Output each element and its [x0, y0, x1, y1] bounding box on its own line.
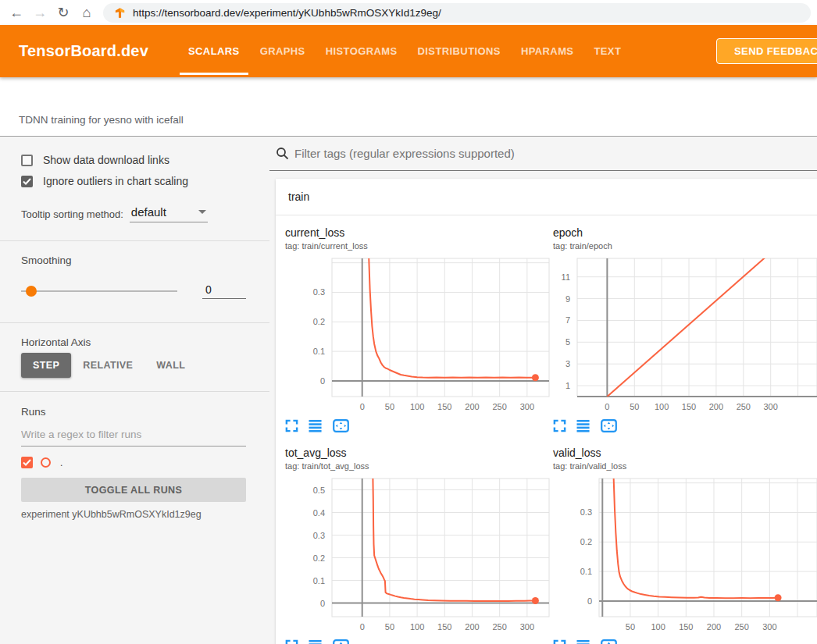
chart-epoch: epoch tag: train/epoch 05010015020025030…	[553, 226, 817, 432]
tensorboard-logo-icon	[114, 7, 126, 19]
browser-forward-icon[interactable]: →	[28, 2, 52, 23]
chart-canvas-epoch[interactable]: 0501001502002503001357911	[553, 255, 817, 418]
browser-back-icon[interactable]: ←	[5, 2, 28, 23]
axis-wall-button[interactable]: WALL	[144, 353, 197, 378]
expand-icon[interactable]	[553, 419, 566, 432]
svg-text:150: 150	[682, 402, 696, 411]
tab-distributions[interactable]: DISTRIBUTIONS	[408, 25, 511, 77]
horizontal-lines-icon[interactable]	[309, 419, 323, 432]
search-icon	[276, 147, 289, 160]
svg-text:300: 300	[520, 622, 534, 632]
run-name: .	[60, 457, 62, 468]
horizontal-lines-icon[interactable]	[576, 639, 590, 644]
tab-text[interactable]: TEXT	[583, 25, 631, 77]
svg-text:0.3: 0.3	[313, 287, 325, 297]
tooltip-sorting-select[interactable]: default	[130, 205, 208, 222]
url-text: https://tensorboard.dev/experiment/yKUbh…	[133, 7, 441, 19]
divider	[0, 391, 269, 392]
runs-filter-input[interactable]	[21, 425, 246, 447]
chart-current-loss: current_loss tag: train/current_loss 050…	[285, 226, 551, 432]
svg-text:200: 200	[709, 402, 723, 411]
svg-text:0.5: 0.5	[313, 486, 325, 495]
show-download-links-checkbox-row[interactable]: Show data download links	[21, 154, 246, 166]
svg-text:11: 11	[562, 272, 570, 282]
content: Show data download links Ignore outliers…	[0, 137, 817, 643]
chevron-down-icon	[198, 210, 206, 214]
toggle-all-runs-button[interactable]: TOGGLE ALL RUNS	[21, 478, 246, 502]
fit-domain-icon[interactable]	[333, 419, 349, 432]
horizontal-axis-label: Horizontal Axis	[21, 336, 246, 348]
divider	[0, 322, 269, 323]
tag-group-card: train current_loss tag: train/current_lo…	[276, 179, 817, 644]
divider	[0, 240, 269, 241]
run-checkbox-icon[interactable]	[21, 457, 33, 468]
run-list-item[interactable]: .	[21, 457, 246, 468]
chart-title: epoch	[553, 226, 817, 239]
smoothing-slider[interactable]	[21, 290, 177, 292]
tag-group-header[interactable]: train	[276, 179, 817, 215]
chart-tot-avg-loss: tot_avg_loss tag: train/tot_avg_loss 050…	[285, 447, 551, 644]
svg-text:100: 100	[655, 402, 669, 411]
tab-scalars[interactable]: SCALARS	[178, 25, 250, 77]
svg-text:150: 150	[679, 622, 693, 632]
chart-canvas-valid-loss[interactable]: 5010015020025030000.10.20.3	[553, 475, 817, 638]
svg-text:0.2: 0.2	[313, 317, 325, 326]
chart-tag: tag: train/current_loss	[285, 241, 551, 251]
svg-text:250: 250	[734, 622, 748, 632]
tab-hparams[interactable]: HPARAMS	[511, 25, 584, 77]
send-feedback-button[interactable]: SEND FEEDBACK	[716, 38, 817, 64]
browser-reload-icon[interactable]: ↻	[52, 2, 75, 23]
svg-text:150: 150	[437, 402, 451, 411]
filter-tags-input[interactable]	[294, 147, 817, 160]
horizontal-lines-icon[interactable]	[576, 419, 590, 432]
fit-domain-icon[interactable]	[333, 639, 349, 644]
checkbox-checked-icon[interactable]	[21, 176, 33, 187]
run-color-swatch-icon	[41, 457, 51, 468]
svg-text:0.1: 0.1	[313, 576, 325, 585]
smoothing-value-input[interactable]: 0	[202, 283, 246, 299]
horizontal-lines-icon[interactable]	[309, 639, 323, 644]
app-header: TensorBoard.dev SCALARS GRAPHS HISTOGRAM…	[0, 25, 817, 77]
chart-canvas-tot-avg-loss[interactable]: 05010015020025030000.10.20.30.40.5	[285, 475, 551, 638]
svg-text:0: 0	[320, 599, 325, 608]
charts-grid: current_loss tag: train/current_loss 050…	[276, 215, 817, 644]
fit-domain-icon[interactable]	[601, 639, 617, 644]
svg-text:0.4: 0.4	[313, 508, 325, 518]
browser-chrome: ← → ↻ ⌂ https://tensorboard.dev/experime…	[0, 0, 817, 25]
nav-tabs: SCALARS GRAPHS HISTOGRAMS DISTRIBUTIONS …	[178, 25, 631, 77]
svg-text:50: 50	[626, 622, 635, 632]
chart-toolbar	[285, 639, 551, 644]
svg-text:200: 200	[465, 622, 479, 632]
tab-graphs[interactable]: GRAPHS	[250, 25, 316, 77]
chart-canvas-current-loss[interactable]: 05010015020025030000.10.20.3	[285, 255, 551, 418]
expand-icon[interactable]	[285, 639, 298, 644]
svg-text:300: 300	[764, 402, 778, 411]
expand-icon[interactable]	[553, 639, 566, 644]
svg-text:0.3: 0.3	[313, 531, 325, 540]
axis-step-button[interactable]: STEP	[21, 353, 71, 378]
slider-thumb[interactable]	[26, 286, 37, 297]
axis-relative-button[interactable]: RELATIVE	[71, 353, 144, 378]
url-bar[interactable]: https://tensorboard.dev/experiment/yKUbh…	[103, 3, 811, 23]
checkbox-unchecked-icon[interactable]	[21, 155, 33, 166]
ignore-outliers-checkbox-row[interactable]: Ignore outliers in chart scaling	[21, 175, 246, 187]
chart-toolbar	[553, 639, 817, 644]
main-area: train current_loss tag: train/current_lo…	[269, 137, 817, 643]
chart-toolbar	[553, 419, 817, 432]
svg-text:50: 50	[385, 622, 394, 632]
fit-domain-icon[interactable]	[601, 419, 617, 432]
tab-histograms[interactable]: HISTOGRAMS	[316, 25, 408, 77]
smoothing-slider-row: 0	[21, 283, 246, 299]
expand-icon[interactable]	[285, 419, 298, 432]
svg-text:100: 100	[410, 622, 424, 632]
svg-text:0.1: 0.1	[580, 567, 592, 576]
svg-text:3: 3	[565, 359, 570, 368]
svg-text:7: 7	[565, 315, 570, 325]
subheader: TDNN training for yesno with icefall	[0, 77, 817, 137]
svg-text:100: 100	[410, 402, 424, 411]
browser-home-icon[interactable]: ⌂	[75, 2, 98, 23]
svg-text:1: 1	[565, 381, 570, 390]
svg-text:5: 5	[565, 337, 570, 347]
chart-title: current_loss	[285, 226, 551, 239]
svg-text:0.2: 0.2	[580, 537, 592, 546]
